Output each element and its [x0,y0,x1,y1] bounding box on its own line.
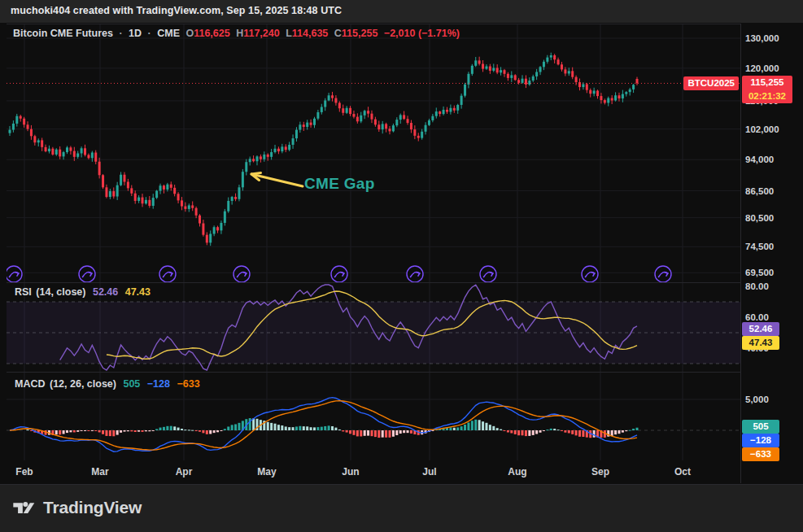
contract-roll-icon[interactable] [233,266,250,282]
candle-body [399,115,402,120]
rsi-value: 52.46 [93,286,118,298]
macd-histogram-bar [277,425,280,430]
macd-histogram-bar [84,430,86,431]
macd-histogram-bar [575,430,578,435]
contract-roll-icon[interactable] [480,266,496,282]
cme-gap-annotation: CME Gap [304,175,375,193]
macd-histogram-bar [522,430,524,435]
macd-histogram-bar [155,429,158,430]
candle-body [425,125,427,132]
macd-histogram-bar [622,430,624,433]
candle-body [299,124,301,129]
macd-histogram-bar [195,430,198,431]
symbol-title[interactable]: Bitcoin CME Futures [13,28,113,39]
macd-histogram-bar [166,426,168,430]
candle-body [159,185,162,190]
macd-histogram-bar [249,418,251,430]
macd-histogram-bar [206,430,208,434]
macd-histogram-bar [274,424,277,430]
macd-histogram-bar [532,430,535,435]
candle-body [216,227,219,230]
macd-histogram-bar [553,429,556,430]
macd-histogram-bar [112,430,115,436]
interval-value[interactable]: 1D [129,28,142,39]
macd-histogram-bar [370,430,373,436]
candle-body [94,153,97,162]
contract-roll-icon[interactable] [159,266,176,282]
macd-histogram-bar [389,430,391,438]
macd-histogram-bar [392,430,395,437]
macd-histogram-bar [55,430,58,434]
candle-body [367,111,369,113]
symbol-legend[interactable]: Bitcoin CME Futures · 1D · CME O116,625 … [13,28,463,39]
macd-histogram-bar [510,430,513,433]
macd-histogram-bar [571,430,574,434]
candle-body [543,62,545,67]
rsi-pane-header[interactable]: RSI (14, close) 52.46 47.43 [15,286,155,298]
contract-roll-icon[interactable] [655,266,671,282]
price-axis-label: 69,500 [745,266,774,279]
macd-histogram-bar [478,420,481,430]
macd-histogram-bar [224,429,226,430]
candle-body [435,111,438,116]
macd-name[interactable]: MACD [15,378,46,390]
macd-pane-header[interactable]: MACD (12, 26, close) 505 −128 −633 [15,378,204,390]
macd-histogram-bar [593,430,596,438]
candle-body [202,224,204,235]
macd-histogram-bar [410,430,412,434]
candle-body [112,191,115,196]
contract-roll-icon[interactable] [79,266,95,282]
macd-histogram-bar [130,430,133,431]
candle-body [528,81,530,85]
candle-body [252,159,255,161]
macd-histogram-bar [507,430,509,433]
candle-body [392,125,395,131]
macd-histogram-bar [87,430,89,431]
candle-body [346,108,348,113]
candle-body [321,107,323,111]
macd-histogram-bar [489,425,491,430]
candle-body [76,153,79,156]
candle-body [277,149,280,151]
macd-histogram-bar [173,426,176,430]
contract-roll-icon[interactable] [331,266,347,282]
candle-body [550,55,552,58]
candle-body [267,155,269,157]
contract-roll-icon[interactable] [582,266,598,282]
candle-body [428,120,430,125]
attribution-text: muchoki404 created with TradingView.com,… [11,5,342,16]
chart-canvas[interactable] [7,24,740,463]
tradingview-logo-text: TradingView [43,498,142,517]
macd-histogram-bar [550,429,552,430]
macd-histogram-bar [73,430,76,432]
macd-hist-value: 505 [123,378,140,390]
contract-roll-icon[interactable] [7,266,22,282]
macd-histogram-bar [199,430,201,432]
tradingview-logo[interactable]: TradingView [11,495,142,520]
macd-histogram-bar [474,420,477,430]
macd-histogram-bar [543,430,545,431]
macd-histogram-bar [152,430,155,431]
macd-histogram-bar [517,430,520,435]
candle-body [632,85,635,89]
macd-histogram-bar [496,428,499,430]
candle-body [439,111,441,114]
time-axis-label: Apr [171,465,197,478]
candle-body [295,130,298,139]
macd-histogram-bar [561,430,563,431]
macd-histogram-bar [539,430,542,433]
contract-roll-icon[interactable] [407,266,423,282]
macd-histogram-bar [137,430,140,432]
macd-histogram-bar [76,430,79,432]
macd-histogram-bar [220,430,222,431]
macd-histogram-bar [98,430,101,432]
macd-histogram-bar [181,429,183,430]
price-axis-label: 120,000 [745,62,779,75]
candle-body [227,201,229,211]
macd-histogram-bar [629,430,631,431]
rsi-name[interactable]: RSI [15,286,32,298]
candle-body [292,138,295,145]
candle-body [593,91,596,94]
macd-histogram-bar [134,430,137,432]
macd-histogram-bar [482,421,484,430]
